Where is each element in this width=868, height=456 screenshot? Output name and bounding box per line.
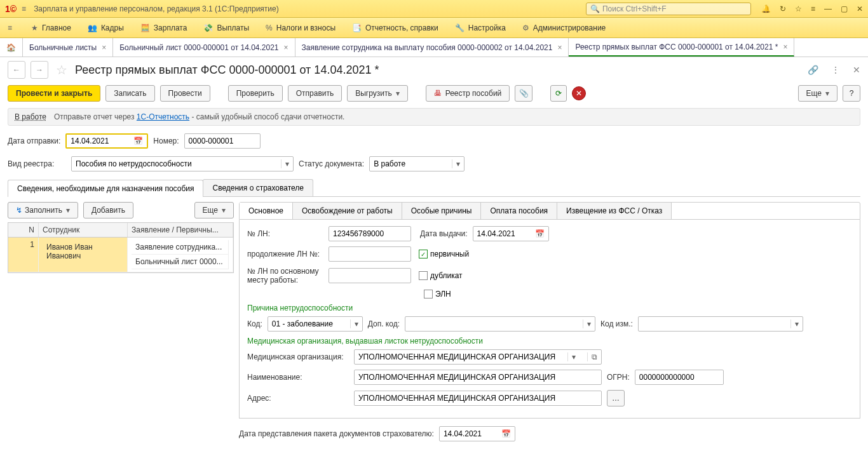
subtab-special[interactable]: Особые причины bbox=[402, 203, 482, 219]
cont-input[interactable] bbox=[329, 246, 411, 262]
ln-main-input[interactable] bbox=[329, 268, 411, 283]
col-document: Заявление / Первичны... bbox=[128, 223, 233, 237]
subtab-main[interactable]: Основное bbox=[240, 203, 293, 219]
send-button[interactable]: Отправить bbox=[288, 85, 342, 102]
name-input[interactable]: УПОЛНОМОЧЕННАЯ МЕДИЦИНСКАЯ ОРГАНИЗАЦИЯ bbox=[354, 370, 602, 385]
menu-main[interactable]: ★Главное bbox=[31, 23, 71, 32]
write-button[interactable]: Записать bbox=[105, 85, 154, 102]
menu-settings[interactable]: 🔧Настройка bbox=[455, 23, 506, 32]
open-icon: ⧉ bbox=[587, 352, 597, 361]
name-label: Наименование: bbox=[247, 373, 349, 382]
subtab-payment[interactable]: Оплата пособия bbox=[481, 203, 557, 219]
table-row[interactable]: 1 Иванов Иван Иванович Заявление сотрудн… bbox=[8, 238, 233, 272]
menu-payments[interactable]: 💸Выплаты bbox=[203, 23, 249, 32]
help-button[interactable]: ? bbox=[843, 85, 860, 102]
close-icon[interactable]: × bbox=[557, 43, 562, 52]
close-doc-icon[interactable]: ✕ bbox=[853, 65, 860, 75]
wrench-icon: 🔧 bbox=[455, 23, 465, 32]
app-title: Зарплата и управление персоналом, редакц… bbox=[34, 4, 279, 13]
calendar-icon[interactable]: 📅 bbox=[501, 429, 511, 438]
menu-hr[interactable]: 👥Кадры bbox=[88, 23, 124, 32]
check-button[interactable]: Проверить bbox=[228, 85, 283, 102]
subtab-fss[interactable]: Извещение из ФСС / Отказ bbox=[557, 203, 672, 219]
export-button[interactable]: Выгрузить▾ bbox=[347, 85, 408, 102]
ogrn-input[interactable]: 0000000000000 bbox=[635, 370, 724, 385]
status-value[interactable]: В работе bbox=[15, 112, 46, 121]
addr-input[interactable]: УПОЛНОМОЧЕННАЯ МЕДИЦИНСКАЯ ОРГАНИЗАЦИЯ bbox=[354, 391, 602, 406]
tab-assignment-info[interactable]: Сведения, необходимые для назначения пос… bbox=[8, 180, 203, 197]
favorite-toggle[interactable]: ☆ bbox=[56, 62, 67, 77]
attach-button[interactable]: 📎 bbox=[515, 85, 532, 102]
maximize-icon[interactable]: ▢ bbox=[841, 4, 848, 13]
post-close-button[interactable]: Провести и закрыть bbox=[8, 85, 100, 102]
star-icon[interactable]: ☆ bbox=[795, 4, 802, 13]
menu-taxes[interactable]: %Налоги и взносы bbox=[266, 23, 336, 32]
docstatus-select[interactable]: В работе▾ bbox=[369, 156, 465, 171]
titlebar: 1© ≡ Зарплата и управление персоналом, р… bbox=[0, 0, 868, 18]
ln-input[interactable]: 123456789000 bbox=[329, 226, 411, 241]
fill-button[interactable]: ↯Заполнить▾ bbox=[8, 202, 78, 218]
close-icon[interactable]: ✕ bbox=[857, 4, 863, 13]
report-link[interactable]: 1С-Отчетность bbox=[137, 112, 189, 121]
send-date-input[interactable]: 14.04.2021📅 bbox=[65, 133, 148, 149]
number-input[interactable]: 0000-000001 bbox=[184, 133, 261, 149]
history-icon[interactable]: ↻ bbox=[780, 4, 786, 13]
issue-date-input[interactable]: 14.04.2021📅 bbox=[473, 226, 549, 241]
addr-more-button[interactable]: … bbox=[607, 390, 625, 406]
refresh-button[interactable]: ⟳ bbox=[550, 85, 567, 102]
calendar-icon[interactable]: 📅 bbox=[133, 137, 143, 145]
menu-burger-icon[interactable]: ≡ bbox=[8, 23, 12, 32]
employees-table[interactable]: N Сотрудник Заявление / Первичны... 1 Ив… bbox=[8, 222, 234, 273]
minimize-icon[interactable]: — bbox=[824, 4, 832, 13]
ln-label: № ЛН: bbox=[247, 229, 323, 238]
menu-salary[interactable]: 🧮Зарплата bbox=[140, 23, 187, 32]
addcode-select[interactable]: ▾ bbox=[405, 316, 595, 332]
back-button[interactable]: ← bbox=[8, 61, 25, 79]
cause-header: Причина нетрудоспособности bbox=[247, 304, 852, 312]
forward-button[interactable]: → bbox=[31, 61, 48, 79]
close-icon[interactable]: × bbox=[102, 43, 106, 52]
tab-insurer-info[interactable]: Сведения о страхователе bbox=[203, 179, 313, 196]
subtab-leave[interactable]: Освобождение от работы bbox=[293, 203, 402, 219]
link-icon[interactable]: 🔗 bbox=[808, 65, 818, 75]
calendar-icon[interactable]: 📅 bbox=[535, 229, 545, 238]
cancel-button[interactable]: ✕ bbox=[572, 86, 586, 100]
close-icon[interactable]: × bbox=[284, 43, 288, 52]
doc-header: ← → ☆ Реестр прямых выплат ФСС 0000-0000… bbox=[0, 57, 868, 83]
medorg-select[interactable]: УПОЛНОМОЧЕННАЯ МЕДИЦИНСКАЯ ОРГАНИЗАЦИЯ▾⧉ bbox=[354, 349, 602, 365]
pack-date-row: Дата представления пакета документов стр… bbox=[239, 422, 860, 441]
home-tab[interactable]: 🏠 bbox=[0, 38, 23, 57]
more-button[interactable]: Еще▾ bbox=[798, 85, 837, 102]
menu-reports[interactable]: 📑Отчетность, справки bbox=[352, 23, 438, 32]
code-select[interactable]: 01 - заболевание▾ bbox=[268, 316, 363, 332]
primary-checkbox[interactable]: ✓первичный bbox=[419, 250, 469, 258]
burger-icon[interactable]: ≡ bbox=[22, 4, 26, 13]
addcode-label: Доп. код: bbox=[368, 319, 400, 328]
pack-date-label: Дата представления пакета документов стр… bbox=[239, 429, 434, 438]
chevron-down-icon[interactable]: ▾ bbox=[281, 159, 289, 168]
chevron-down-icon[interactable]: ▾ bbox=[452, 159, 460, 168]
med-header: Медицинская организация, выдавшая листок… bbox=[247, 337, 852, 345]
filter-icon[interactable]: ≡ bbox=[811, 4, 815, 13]
tab-sicklist-list[interactable]: Больничные листы× bbox=[23, 38, 113, 57]
header-fields-1: Дата отправки: 14.04.2021📅 Номер: 0000-0… bbox=[0, 130, 868, 152]
bell-icon[interactable]: 🔔 bbox=[761, 4, 771, 13]
post-button[interactable]: Провести bbox=[160, 85, 210, 102]
codechange-select[interactable]: ▾ bbox=[638, 316, 803, 332]
duplicate-checkbox[interactable]: дубликат bbox=[419, 271, 463, 280]
fill-icon: ↯ bbox=[16, 206, 22, 215]
menu-admin[interactable]: ⚙Администрирование bbox=[522, 23, 606, 32]
tab-sicklist-doc[interactable]: Больничный лист 0000-000001 от 14.04.202… bbox=[113, 38, 295, 57]
tab-application[interactable]: Заявление сотрудника на выплату пособия … bbox=[295, 38, 569, 57]
global-search[interactable]: 🔍 Поиск Ctrl+Shift+F bbox=[586, 3, 751, 15]
tab-registry[interactable]: Реестр прямых выплат ФСС 0000-000001 от … bbox=[569, 38, 794, 57]
add-button[interactable]: Добавить bbox=[83, 202, 133, 218]
pack-date-input[interactable]: 14.04.2021📅 bbox=[439, 426, 515, 441]
close-icon[interactable]: × bbox=[783, 43, 787, 51]
regtype-select[interactable]: Пособия по нетрудоспособности▾ bbox=[71, 156, 294, 171]
chevron-down-icon: ▾ bbox=[396, 89, 400, 98]
left-more-button[interactable]: Еще▾ bbox=[194, 202, 234, 218]
more-vert-icon[interactable]: ⋮ bbox=[831, 65, 840, 75]
eln-checkbox[interactable]: ЭЛН bbox=[424, 290, 451, 298]
registry-button[interactable]: 🖶Реестр пособий bbox=[426, 85, 510, 102]
